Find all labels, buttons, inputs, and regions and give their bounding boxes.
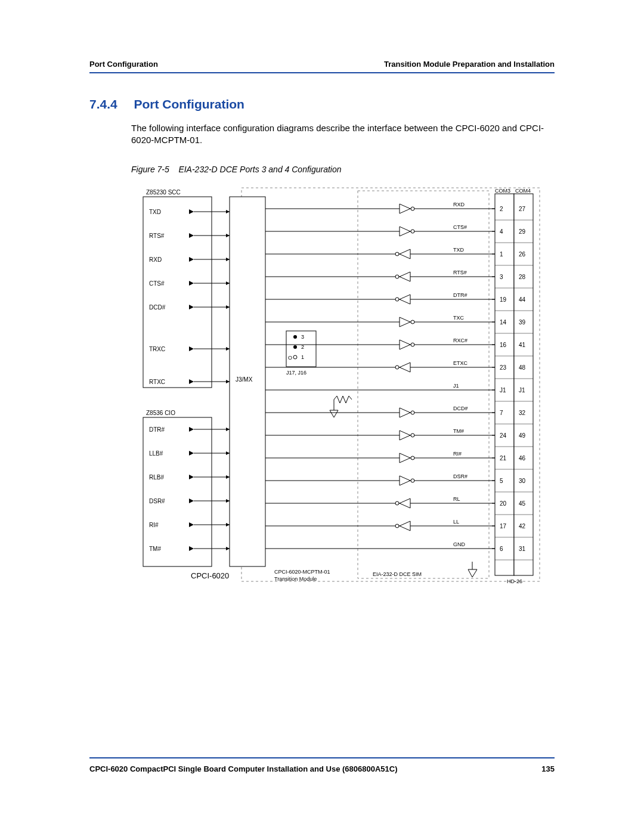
right-signal: ETXC (453, 360, 468, 366)
pin-com3: 2 (500, 206, 503, 212)
svg-point-86 (395, 524, 399, 528)
right-signal: DTR# (453, 292, 467, 298)
section-title: Port Configuration (134, 97, 244, 111)
figure-caption: Figure 7-5 EIA-232-D DCE Ports 3 and 4 C… (131, 165, 555, 174)
pin-com3: 4 (500, 228, 503, 235)
gnd-icon (468, 562, 477, 577)
left-signal: RTS# (149, 233, 165, 239)
pin-com4: 39 (519, 319, 526, 326)
com3-head: COM3 (495, 188, 510, 194)
left-signal: RLB# (149, 474, 164, 481)
pin-com3: 14 (500, 319, 507, 326)
pin-com3: 5 (500, 478, 503, 484)
left-signal: RI# (149, 522, 159, 528)
svg-point-55 (411, 343, 414, 346)
right-signal: RI# (453, 451, 462, 457)
pin-com4: 42 (519, 523, 526, 529)
svg-text:1: 1 (301, 354, 304, 360)
pin-com4: 31 (519, 546, 526, 552)
left-signal: DCD# (149, 304, 166, 311)
pin-com4: 32 (519, 410, 526, 416)
left-signal: RXD (149, 256, 162, 263)
right-signal: CTS# (453, 224, 467, 230)
left-signal: TRXC (149, 346, 165, 352)
sim-label: EIA-232-D DCE SIM (373, 571, 422, 577)
svg-rect-3 (143, 417, 212, 566)
pin-com3: 19 (500, 296, 507, 303)
section-number: 7.4.4 (89, 97, 131, 112)
right-signal: RXC# (453, 337, 467, 343)
pin-com4: 49 (519, 432, 526, 439)
svg-text:3: 3 (301, 334, 304, 340)
pin-com4: 45 (519, 500, 526, 507)
left-signal: LLB# (149, 450, 163, 457)
tm-label-2: Transition Module (274, 576, 317, 582)
right-signal: DSR# (453, 473, 467, 479)
right-signal: TXD (453, 247, 465, 253)
pin-com4: 29 (519, 228, 526, 235)
pin-com4: 41 (519, 342, 526, 348)
pin-com3: 1 (500, 251, 503, 258)
right-signal: J1 (453, 383, 459, 389)
pin-com3: 16 (500, 342, 507, 348)
z8536-label: Z8536 CIO (146, 410, 175, 416)
jumper-label: J17, J16 (286, 370, 306, 376)
svg-rect-14 (495, 194, 514, 575)
com4-head: COM4 (515, 188, 531, 194)
svg-point-39 (395, 252, 399, 256)
pin-com4: 26 (519, 251, 526, 258)
pin-com4: 30 (519, 478, 526, 484)
svg-point-74 (411, 456, 414, 460)
right-signal: RTS# (453, 270, 467, 275)
right-signal: DCD# (453, 405, 468, 411)
pin-com4: 46 (519, 455, 526, 462)
footer-left: CPCI-6020 CompactPCI Single Board Comput… (89, 764, 398, 773)
tm-label-1: CPCI-6020-MCPTM-01 (274, 569, 330, 575)
left-signal: TXD (149, 209, 161, 215)
diagram-svg: Z85230 SCC Z8536 CIO J3/MX 3 2 1 O J17, … (137, 185, 549, 590)
pin-com4: 28 (519, 274, 526, 280)
svg-point-70 (411, 433, 414, 437)
hd26-label: HD-26 (507, 578, 522, 584)
left-signal: DTR# (149, 426, 165, 433)
pin-com3: J1 (500, 387, 506, 394)
pin-com3: 21 (500, 455, 507, 462)
right-signal: LL (453, 519, 459, 525)
pin-com3: 7 (500, 410, 503, 416)
svg-point-51 (411, 320, 414, 324)
figure-title: EIA-232-D DCE Ports 3 and 4 Configuratio… (178, 165, 341, 174)
header-right: Transition Module Preparation and Instal… (384, 60, 555, 69)
z85230-label: Z85230 SCC (146, 189, 181, 196)
section-body: The following interface configuration di… (131, 122, 555, 147)
right-signal: TM# (453, 428, 464, 434)
pulldown-icon (330, 396, 352, 417)
board-label: CPCI-6020 (191, 571, 229, 580)
svg-point-7 (293, 345, 297, 349)
pin-com3: 24 (500, 432, 507, 439)
pin-com3: 23 (500, 364, 507, 371)
running-header: Port Configuration Transition Module Pre… (89, 60, 555, 73)
header-left: Port Configuration (89, 60, 158, 69)
pin-com3: 20 (500, 500, 507, 507)
right-signal: GND (453, 541, 466, 547)
svg-point-59 (395, 366, 399, 369)
left-signal: DSR# (149, 498, 165, 504)
right-signal: TXC (453, 315, 465, 321)
svg-point-78 (411, 479, 414, 482)
svg-point-31 (411, 207, 414, 210)
left-signal: TM# (149, 546, 161, 552)
left-signal: CTS# (149, 280, 165, 287)
pin-com4: 48 (519, 364, 526, 371)
pin-com3: 3 (500, 274, 503, 280)
left-signal: RTXC (149, 379, 165, 385)
page-content: Port Configuration Transition Module Pre… (89, 60, 555, 593)
svg-rect-2 (143, 197, 212, 388)
section-heading: 7.4.4 Port Configuration (89, 97, 555, 112)
pin-com4: 44 (519, 296, 526, 303)
running-footer: CPCI-6020 CompactPCI Single Board Comput… (89, 757, 555, 773)
svg-point-82 (395, 501, 399, 505)
right-signal: RXD (453, 202, 465, 208)
pin-com4: 27 (519, 206, 526, 212)
svg-point-47 (395, 298, 399, 301)
svg-point-6 (293, 335, 297, 339)
